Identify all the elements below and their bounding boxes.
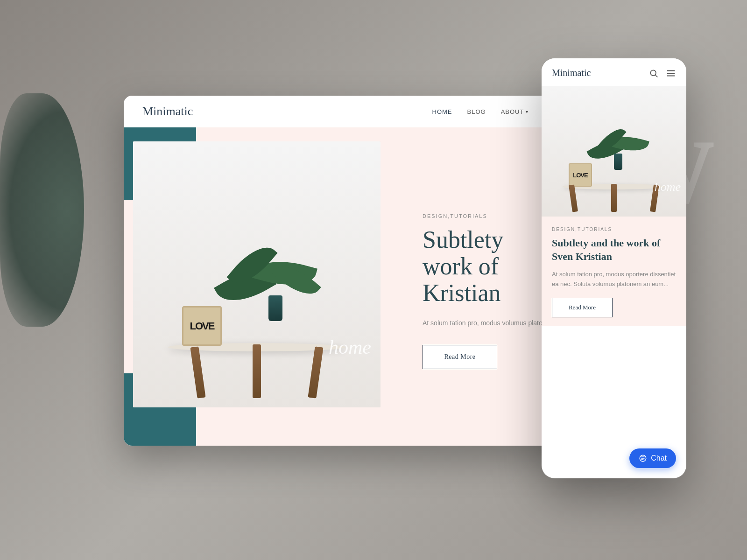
mobile-read-more-button[interactable]: Read More	[552, 298, 613, 317]
m-table-leg-center	[611, 184, 617, 212]
mobile-mockup: Minimatic LOVE	[542, 58, 686, 478]
m-home-watermark: home	[655, 180, 681, 194]
mobile-article: DESIGN,TUTORIALS Subtlety and the work o…	[542, 217, 686, 326]
table-leg-center	[253, 344, 261, 398]
chat-button[interactable]: Chat	[629, 448, 676, 468]
chat-label: Chat	[651, 454, 667, 462]
m-love-frame: LOVE	[569, 163, 592, 187]
home-watermark: home	[329, 336, 371, 358]
desktop-logo: Minimatic	[142, 105, 193, 119]
mobile-category: DESIGN,TUTORIALS	[552, 227, 676, 232]
mobile-excerpt: At solum tation pro, modus oportere diss…	[552, 270, 676, 289]
mobile-logo: Minimatic	[552, 68, 591, 78]
svg-point-2	[650, 70, 656, 76]
table-leg-left	[190, 346, 205, 398]
vase	[268, 295, 282, 321]
chat-icon	[639, 454, 647, 462]
nav-blog[interactable]: BLOG	[467, 108, 486, 115]
desktop-read-more-button[interactable]: Read More	[423, 345, 497, 369]
mobile-nav: Minimatic	[542, 58, 686, 86]
svg-line-3	[655, 75, 658, 77]
mobile-search-icon[interactable]	[649, 69, 658, 78]
chevron-down-icon: ▾	[526, 109, 529, 114]
mobile-nav-icons	[649, 68, 676, 78]
mobile-photo: LOVE home	[542, 86, 686, 217]
love-frame: LOVE	[182, 306, 222, 346]
m-vase	[614, 154, 622, 170]
desktop-photo: LOVE home	[133, 141, 381, 407]
mobile-menu-icon[interactable]	[666, 68, 676, 78]
mobile-title: Subtlety and the work of Sven Kristian	[552, 237, 676, 263]
scene-container: Minimatic HOME BLOG ABOUT ▾ CONTACTS	[70, 58, 677, 502]
mobile-photo-inner: LOVE home	[542, 86, 686, 217]
photo-scene: LOVE home	[133, 141, 381, 407]
nav-home[interactable]: HOME	[432, 108, 452, 115]
table-leg-right	[308, 346, 323, 398]
m-table-leg-left	[569, 184, 578, 212]
desktop-image-area: LOVE home	[124, 127, 395, 446]
nav-about[interactable]: ABOUT ▾	[501, 108, 529, 115]
